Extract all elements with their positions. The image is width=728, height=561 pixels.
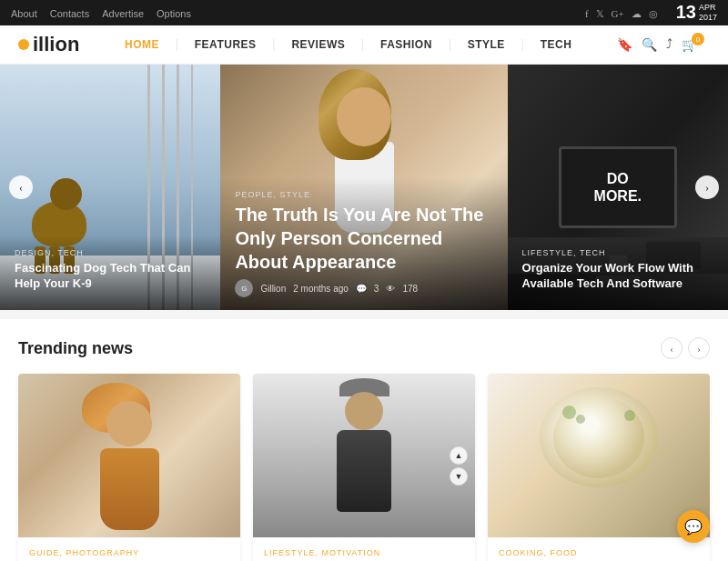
hero-slider: DESIGN, TECH Fascinating Dog Tech That C… [0, 65, 728, 310]
card-1-image [18, 374, 240, 537]
site-header: illion HOME | FEATURES | REVIEWS | FASHI… [0, 25, 728, 65]
nav-tech[interactable]: TECH [541, 38, 572, 51]
nav-sep-4: | [449, 37, 451, 52]
chat-button[interactable]: 💬 [677, 510, 710, 543]
trending-nav[interactable]: ‹ › [661, 337, 710, 359]
comment-count: 3 [374, 284, 379, 294]
nav-features[interactable]: FEATURES [195, 38, 257, 51]
trending-section: Trending news ‹ › GUIDE, PHOTOGRAPHY Fas… [0, 319, 728, 561]
bookmark-icon[interactable]: 🔖 [617, 37, 632, 53]
slide-2-title: The Truth Is You Are Not The Only Person… [235, 203, 492, 274]
trending-header: Trending news ‹ › [18, 337, 710, 359]
card-3-category: COOKING, FOOD [499, 548, 699, 557]
author-name: Gillion [260, 284, 286, 294]
options-link[interactable]: Options [157, 8, 191, 19]
card-1-content: GUIDE, PHOTOGRAPHY Fascinating Photo Edi… [18, 537, 240, 561]
slide-2-category: PEOPLE, STYLE [235, 190, 492, 199]
slide-1-overlay: DESIGN, TECH Fascinating Dog Tech That C… [0, 235, 220, 310]
contacts-link[interactable]: Contacts [50, 8, 89, 19]
card-1-category: GUIDE, PHOTOGRAPHY [29, 548, 229, 557]
view-count: 178 [402, 284, 418, 294]
head [337, 87, 391, 146]
about-link[interactable]: About [11, 8, 37, 19]
hero-slide-1: DESIGN, TECH Fascinating Dog Tech That C… [0, 65, 220, 310]
share-icon[interactable]: ⤴ [666, 37, 672, 52]
card-2-prev[interactable]: ▲ [450, 446, 468, 465]
trending-prev-btn[interactable]: ‹ [661, 337, 682, 359]
comment-icon: 💬 [356, 284, 367, 294]
card-3-content: COOKING, FOOD Heartwarming Dishes That W… [488, 537, 710, 561]
date-number: 13 [676, 3, 696, 21]
trending-card-3[interactable]: 6.5 COOKING, FOOD Heartwarming Dishes Th… [488, 374, 710, 561]
slide-2-meta: G Gillion 2 months ago 💬 3 👁 178 [235, 279, 492, 297]
slide-3-next-arrow[interactable]: › [695, 175, 719, 199]
slide-1-title: Fascinating Dog Tech That Can Help Your … [15, 261, 206, 292]
slide-1-prev-arrow[interactable]: ‹ [9, 175, 33, 199]
trending-card-2[interactable]: LIFESTYLE, MOTIVATION The Single Most Im… [253, 374, 475, 561]
trending-next-btn[interactable]: › [688, 337, 710, 359]
author-avatar: G [235, 279, 253, 297]
cart-count: 0 [692, 33, 704, 45]
nav-sep-5: | [521, 37, 524, 52]
nav-style[interactable]: STYLE [468, 38, 505, 51]
cloud-icon[interactable]: ☁ [632, 8, 642, 19]
date-display: 13 APR 2017 [676, 3, 717, 23]
card-2-category: LIFESTYLE, MOTIVATION [264, 548, 464, 557]
monitor-text: DO MORE. [594, 170, 642, 205]
year-label: 2017 [699, 13, 717, 23]
top-bar-nav[interactable]: About Contacts Advertise Options [11, 5, 200, 21]
nav-home[interactable]: HOME [125, 38, 159, 51]
slide-2-overlay: PEOPLE, STYLE The Truth Is You Are Not T… [220, 177, 507, 310]
main-nav[interactable]: HOME | FEATURES | REVIEWS | FASHION | ST… [125, 37, 571, 52]
month-label: APR [699, 3, 717, 13]
social-links[interactable]: f 𝕏 G+ ☁ ◎ [583, 5, 660, 21]
nav-sep-2: | [273, 37, 276, 52]
nav-reviews[interactable]: REVIEWS [291, 38, 345, 51]
top-bar: About Contacts Advertise Options f 𝕏 G+ … [0, 0, 728, 25]
card-2-content: LIFESTYLE, MOTIVATION The Single Most Im… [253, 537, 475, 561]
nav-sep-3: | [361, 37, 364, 52]
nav-fashion[interactable]: FASHION [380, 38, 432, 51]
trending-card-1[interactable]: GUIDE, PHOTOGRAPHY Fascinating Photo Edi… [18, 374, 240, 561]
google-plus-icon[interactable]: G+ [612, 8, 624, 19]
view-icon: 👁 [386, 284, 395, 294]
card-2-image [253, 374, 475, 537]
slide-3-title: Organize Your Work Flow With Available T… [522, 261, 713, 292]
top-bar-right: f 𝕏 G+ ☁ ◎ 13 APR 2017 [583, 3, 717, 23]
trending-title: Trending news [18, 339, 133, 358]
hero-slide-2: PEOPLE, STYLE The Truth Is You Are Not T… [220, 65, 507, 310]
monitor-illustration: DO MORE. [559, 146, 677, 228]
hero-slide-3: DO MORE. LIFESTYLE, TECH Organize Your W… [508, 65, 728, 310]
date-month-year: APR 2017 [699, 3, 717, 23]
twitter-icon[interactable]: 𝕏 [596, 8, 604, 19]
slide-3-category: LIFESTYLE, TECH [522, 248, 713, 257]
card-2-next[interactable]: ▼ [450, 467, 468, 486]
slide-1-category: DESIGN, TECH [15, 248, 206, 257]
nav-sep-1: | [176, 37, 178, 52]
card-2-nav[interactable]: ▲ ▼ [450, 446, 468, 486]
header-actions[interactable]: 🔖 🔍 ⤴ 🛒 0 [617, 37, 710, 53]
post-time: 2 months ago [293, 284, 349, 294]
advertise-link[interactable]: Advertise [102, 8, 144, 19]
search-icon[interactable]: 🔍 [642, 37, 657, 53]
trending-cards-list: GUIDE, PHOTOGRAPHY Fascinating Photo Edi… [18, 374, 710, 561]
card-3-image [488, 374, 710, 537]
site-logo[interactable]: illion [18, 33, 79, 56]
slide-3-overlay: LIFESTYLE, TECH Organize Your Work Flow … [508, 235, 728, 310]
facebook-icon[interactable]: f [585, 8, 589, 19]
logo-text: illion [33, 33, 79, 56]
logo-dot [18, 39, 29, 50]
instagram-icon[interactable]: ◎ [649, 8, 658, 19]
